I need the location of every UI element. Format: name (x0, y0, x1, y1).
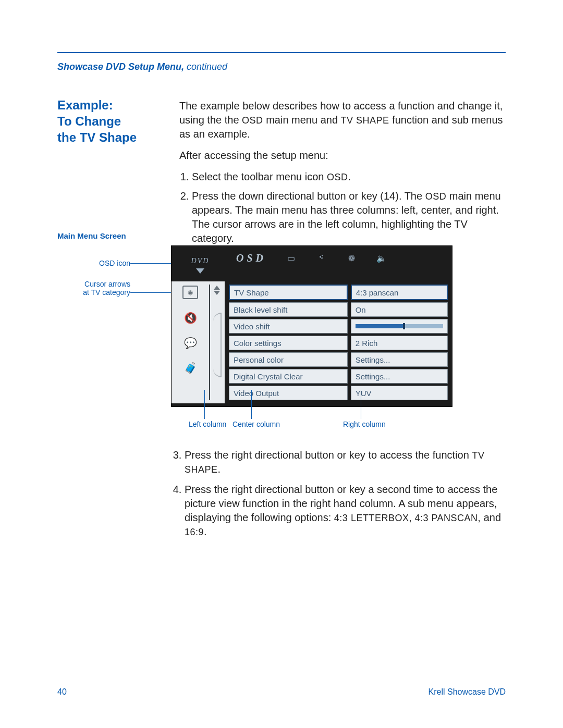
dvd-logo: DVD (191, 257, 210, 265)
tv-icon: ◉ (182, 286, 198, 299)
step-1: Select the toolbar menu icon OSD. (192, 170, 506, 184)
figure-title: Main Menu Screen (57, 231, 506, 240)
value-personal-color: Settings... (351, 352, 448, 367)
option-color-settings: Color settings (229, 336, 348, 350)
osd-main-menu: DVD OSD ▭ ༄ ❁ 🔈 ◉ 🔇 💬 (171, 245, 452, 407)
arrow-down-icon (214, 291, 220, 295)
value-video-shift (351, 319, 448, 334)
option-personal-color: Personal color (229, 352, 348, 367)
callout-left-column: Left column (189, 420, 226, 428)
header-rule (57, 52, 506, 53)
briefcase-icon: 🧳 (184, 362, 197, 374)
option-dcc: Digital Crystal Clear (229, 369, 348, 384)
center-column-options: TV Shape Black level shift Video shift C… (229, 285, 348, 400)
value-dcc: Settings... (351, 369, 448, 384)
speech-bubble-icon: 💬 (184, 337, 197, 349)
option-video-output: Video Output (229, 386, 348, 400)
section-continued: continued (187, 61, 227, 72)
bracket-icon (213, 313, 222, 377)
step-4: Press the right directional button or ke… (185, 483, 506, 539)
monitor-icon: ▭ (285, 253, 297, 263)
chevron-down-icon (196, 268, 204, 274)
arrow-up-icon (214, 286, 220, 290)
cursor-arrow-column (209, 281, 225, 403)
speaker-icon: 🔈 (376, 253, 387, 263)
step-3: Press the right directional button or ke… (185, 448, 506, 476)
callout-center-column: Center column (232, 420, 280, 428)
value-tv-shape: 4:3 panscan (351, 285, 448, 300)
osd-tab-label: OSD (236, 252, 266, 264)
right-column-values: 4:3 panscan On 2 Rich Settings... Settin… (351, 285, 448, 400)
callout-right-column: Right column (343, 420, 386, 428)
callout-cursor-arrows: Cursor arrows at TV category (78, 280, 130, 297)
callout-osd-icon: OSD icon (78, 259, 130, 267)
section-header: Showcase DVD Setup Menu, continued (57, 61, 227, 72)
example-line3: the TV Shape (57, 129, 167, 145)
value-color-settings: 2 Rich (351, 336, 448, 350)
example-heading: Example: To Change the TV Shape (57, 97, 167, 146)
value-video-output: YUV (351, 386, 448, 400)
footer-product: Krell Showcase DVD (429, 687, 506, 697)
page-number: 40 (57, 687, 67, 697)
option-black-level: Black level shift (229, 302, 348, 317)
option-tv-shape: TV Shape (229, 285, 348, 300)
slider-icon (356, 324, 443, 328)
option-video-shift: Video shift (229, 319, 348, 334)
globe-icon: ❁ (346, 253, 357, 263)
value-black-level: On (351, 302, 448, 317)
section-title: Showcase DVD Setup Menu, (57, 61, 184, 72)
example-line2: To Change (57, 113, 167, 129)
intro-paragraph: The example below describes how to acces… (179, 99, 506, 141)
left-icon-column: ◉ 🔇 💬 🧳 (172, 281, 209, 403)
example-line1: Example: (57, 97, 167, 113)
after-access: After accessing the setup menu: (179, 149, 506, 163)
sound-waves-icon: ༄ (315, 253, 327, 263)
mute-icon: 🔇 (184, 312, 197, 324)
